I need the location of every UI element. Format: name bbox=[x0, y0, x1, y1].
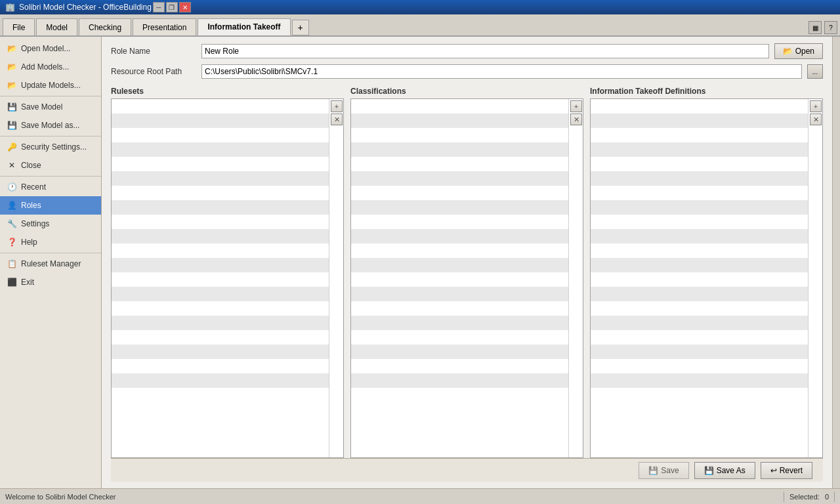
classifications-remove-button[interactable]: ✕ bbox=[570, 114, 582, 125]
sidebar-item-security-settings[interactable]: 🔑 Security Settings... bbox=[0, 138, 101, 156]
list-item bbox=[112, 200, 329, 215]
list-item bbox=[351, 359, 568, 373]
tab-presentation[interactable]: Presentation bbox=[133, 18, 196, 35]
list-item bbox=[351, 243, 568, 258]
sidebar-item-open-model[interactable]: 📂 Open Model... bbox=[0, 39, 101, 58]
role-name-label: Role Name bbox=[111, 47, 196, 56]
classifications-list[interactable] bbox=[351, 99, 568, 457]
sidebar-item-save-model-as[interactable]: 💾 Save Model as... bbox=[0, 116, 101, 135]
list-item bbox=[351, 229, 568, 243]
list-item bbox=[351, 330, 568, 345]
open-folder-icon: 📂 bbox=[783, 47, 793, 56]
tab-model[interactable]: Model bbox=[36, 18, 77, 35]
list-item bbox=[591, 128, 808, 142]
title-bar: 🏢 Solibri Model Checker - OfficeBuilding… bbox=[0, 0, 840, 14]
tab-bar: File Model Checking Presentation Informa… bbox=[0, 14, 840, 37]
recent-icon: 🕐 bbox=[7, 182, 17, 192]
tab-checking[interactable]: Checking bbox=[79, 18, 131, 35]
list-item bbox=[591, 258, 808, 272]
list-item bbox=[112, 301, 329, 316]
list-item bbox=[351, 99, 568, 114]
list-item bbox=[351, 200, 568, 215]
list-item bbox=[591, 301, 808, 316]
scroll-edge bbox=[832, 37, 840, 488]
list-item bbox=[112, 229, 329, 243]
content-area: Role Name 📂 Open Resource Root Path ... … bbox=[102, 37, 832, 488]
list-item bbox=[112, 128, 329, 142]
close-button[interactable]: ✕ bbox=[179, 2, 191, 12]
info-takeoff-defs-add-button[interactable]: + bbox=[810, 100, 822, 112]
info-takeoff-defs-list[interactable] bbox=[591, 99, 808, 457]
title-bar-icon: 🏢 bbox=[5, 3, 15, 12]
rulesets-add-button[interactable]: + bbox=[331, 100, 343, 112]
list-item bbox=[351, 128, 568, 142]
revert-icon: ↩ bbox=[770, 466, 777, 475]
rulesets-panel-body: + ✕ bbox=[111, 98, 344, 458]
list-item bbox=[591, 171, 808, 186]
sidebar: 📂 Open Model... 📂 Add Models... 📂 Update… bbox=[0, 37, 102, 488]
classifications-panel-body: + ✕ bbox=[350, 98, 583, 458]
list-item bbox=[351, 186, 568, 200]
settings-icon: 🔧 bbox=[7, 219, 17, 229]
list-item bbox=[351, 171, 568, 186]
sidebar-item-recent[interactable]: 🕐 Recent bbox=[0, 178, 101, 196]
bottom-bar: 💾 Save 💾 Save As ↩ Revert bbox=[111, 458, 823, 482]
selected-value: 0 bbox=[825, 493, 829, 501]
list-item bbox=[591, 157, 808, 171]
sidebar-divider-3 bbox=[0, 176, 101, 177]
open-button[interactable]: 📂 Open bbox=[774, 43, 823, 59]
sidebar-item-ruleset-manager[interactable]: 📋 Ruleset Manager bbox=[0, 255, 101, 273]
save-as-button[interactable]: 💾 Save As bbox=[694, 462, 755, 479]
sidebar-item-update-models[interactable]: 📂 Update Models... bbox=[0, 76, 101, 94]
rulesets-remove-button[interactable]: ✕ bbox=[331, 114, 343, 125]
sidebar-item-help[interactable]: ❓ Help bbox=[0, 233, 101, 251]
help-icon: ❓ bbox=[7, 237, 17, 247]
add-models-icon: 📂 bbox=[7, 62, 17, 72]
list-item bbox=[112, 243, 329, 258]
sidebar-item-exit[interactable]: ⬛ Exit bbox=[0, 273, 101, 291]
classifications-panel: Classifications bbox=[350, 87, 583, 458]
tab-file[interactable]: File bbox=[3, 18, 35, 35]
status-divider-2 bbox=[834, 492, 835, 502]
help-icon[interactable]: ? bbox=[824, 21, 837, 34]
security-settings-icon: 🔑 bbox=[7, 142, 17, 152]
minimize-button[interactable]: ─ bbox=[153, 2, 165, 12]
list-item bbox=[591, 272, 808, 287]
layout-icon[interactable]: ▦ bbox=[808, 21, 822, 34]
role-name-input[interactable] bbox=[201, 44, 769, 58]
sidebar-item-settings[interactable]: 🔧 Settings bbox=[0, 215, 101, 233]
save-icon: 💾 bbox=[648, 466, 658, 475]
sidebar-item-save-model[interactable]: 💾 Save Model bbox=[0, 98, 101, 116]
rulesets-list[interactable] bbox=[112, 99, 329, 457]
tab-information-takeoff[interactable]: Information Takeoff bbox=[198, 18, 290, 35]
resource-root-path-row: Resource Root Path ... bbox=[111, 64, 823, 79]
restore-button[interactable]: ❐ bbox=[166, 2, 178, 12]
save-model-icon: 💾 bbox=[7, 102, 17, 112]
ruleset-manager-icon: 📋 bbox=[7, 259, 17, 269]
list-item bbox=[112, 272, 329, 287]
list-item bbox=[351, 345, 568, 359]
list-item bbox=[591, 215, 808, 229]
list-item bbox=[112, 258, 329, 272]
sidebar-item-add-models[interactable]: 📂 Add Models... bbox=[0, 58, 101, 76]
tab-add-button[interactable]: + bbox=[292, 20, 309, 35]
save-button[interactable]: 💾 Save bbox=[639, 462, 688, 479]
list-item bbox=[591, 330, 808, 345]
list-item bbox=[351, 114, 568, 128]
sidebar-item-close[interactable]: ✕ Close bbox=[0, 156, 101, 175]
info-takeoff-defs-panel-buttons: + ✕ bbox=[808, 99, 822, 457]
panels-row: Rulesets bbox=[111, 87, 823, 458]
list-item bbox=[112, 287, 329, 301]
update-models-icon: 📂 bbox=[7, 80, 17, 91]
selected-label: Selected: bbox=[789, 493, 820, 501]
classifications-panel-buttons: + ✕ bbox=[568, 99, 583, 457]
browse-button[interactable]: ... bbox=[807, 64, 823, 79]
close-icon: ✕ bbox=[7, 160, 17, 171]
resource-root-path-input[interactable] bbox=[201, 64, 802, 79]
info-takeoff-defs-remove-button[interactable]: ✕ bbox=[810, 114, 822, 125]
list-item bbox=[112, 330, 329, 345]
sidebar-item-roles[interactable]: 👤 Roles bbox=[0, 196, 101, 215]
classifications-add-button[interactable]: + bbox=[570, 100, 582, 112]
rulesets-panel-header: Rulesets bbox=[111, 87, 344, 96]
revert-button[interactable]: ↩ Revert bbox=[761, 462, 812, 479]
